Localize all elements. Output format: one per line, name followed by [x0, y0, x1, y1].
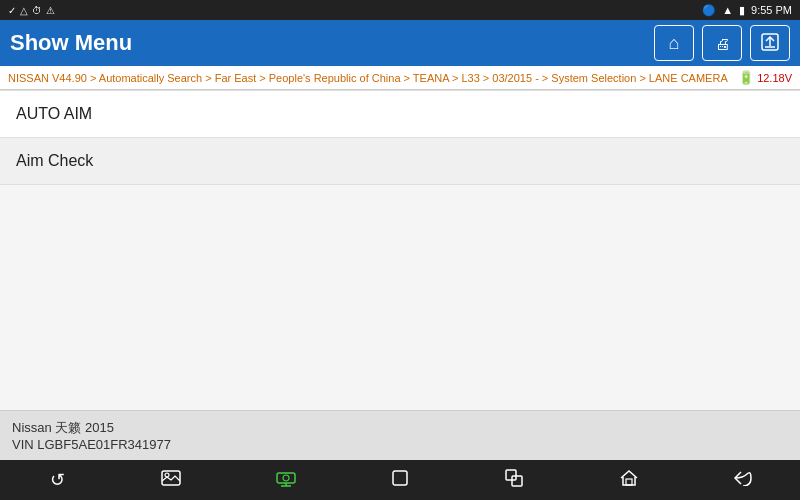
refresh-icon: ↺ — [50, 469, 65, 491]
breadcrumb-text: NISSAN V44.90 > Automatically Search > F… — [8, 72, 734, 84]
bluetooth-icon: 🔵 — [702, 4, 716, 17]
home-nav-icon — [619, 469, 639, 492]
refresh-button[interactable]: ↺ — [37, 462, 77, 498]
home-icon: ⌂ — [669, 33, 680, 54]
svg-point-8 — [283, 475, 289, 481]
wifi-icon: ▲ — [722, 4, 733, 16]
svg-rect-10 — [506, 470, 516, 480]
home-button[interactable]: ⌂ — [654, 25, 694, 61]
svg-rect-12 — [626, 479, 632, 485]
battery-small-icon: 🔋 — [738, 70, 754, 85]
breadcrumb-voltage: 🔋 12.18V — [738, 70, 792, 85]
square-button[interactable] — [380, 462, 420, 498]
device-icon — [275, 469, 297, 492]
gallery-icon — [161, 470, 181, 491]
breadcrumb-bar: NISSAN V44.90 > Automatically Search > F… — [0, 66, 800, 90]
status-bar: ✓ △ ⏱ ⚠ 🔵 ▲ ▮ 9:55 PM — [0, 0, 800, 20]
checkmark-icon: ✓ — [8, 5, 16, 16]
menu-item-label: Aim Check — [16, 152, 93, 169]
device-button[interactable] — [266, 462, 306, 498]
square-icon — [391, 469, 409, 492]
status-bar-right: 🔵 ▲ ▮ 9:55 PM — [702, 4, 792, 17]
export-button[interactable] — [750, 25, 790, 61]
voltage-value: 12.18V — [757, 72, 792, 84]
footer-vehicle: Nissan 天籁 2015 — [12, 419, 788, 437]
alert-icon: ⚠ — [46, 5, 55, 16]
battery-icon: ▮ — [739, 4, 745, 17]
footer-vin: VIN LGBF5AE01FR341977 — [12, 437, 788, 452]
multi-window-icon — [505, 469, 523, 492]
multi-window-button[interactable] — [494, 462, 534, 498]
svg-rect-9 — [393, 471, 407, 485]
time-display: 9:55 PM — [751, 4, 792, 16]
footer-info: Nissan 天籁 2015 VIN LGBF5AE01FR341977 — [0, 410, 800, 460]
menu-item-label: AUTO AIM — [16, 105, 92, 122]
print-icon: 🖨 — [715, 35, 730, 52]
clock-icon: ⏱ — [32, 5, 42, 16]
print-button[interactable]: 🖨 — [702, 25, 742, 61]
back-button[interactable] — [723, 462, 763, 498]
page-title: Show Menu — [10, 30, 132, 56]
title-bar-actions: ⌂ 🖨 — [654, 25, 790, 61]
list-item[interactable]: AUTO AIM — [0, 90, 800, 138]
gallery-button[interactable] — [151, 462, 191, 498]
triangle-icon: △ — [20, 5, 28, 16]
main-content: AUTO AIM Aim Check — [0, 90, 800, 410]
svg-rect-11 — [512, 476, 522, 486]
export-icon — [761, 33, 779, 54]
bottom-nav: ↺ — [0, 460, 800, 500]
back-icon — [733, 470, 753, 491]
status-bar-left: ✓ △ ⏱ ⚠ — [8, 5, 55, 16]
home-nav-button[interactable] — [609, 462, 649, 498]
list-item[interactable]: Aim Check — [0, 138, 800, 185]
title-bar: Show Menu ⌂ 🖨 — [0, 20, 800, 66]
